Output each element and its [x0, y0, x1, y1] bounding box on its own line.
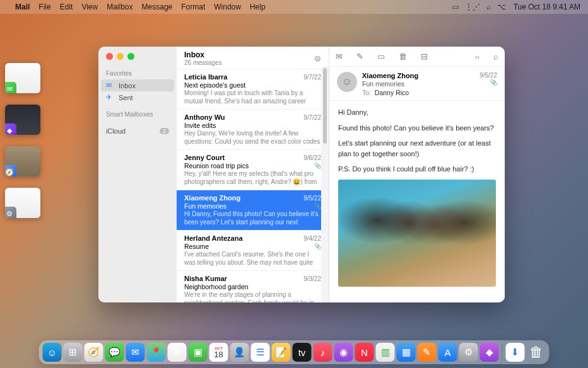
- dock-music[interactable]: ♪: [314, 343, 332, 362]
- message-row[interactable]: Jenny Court9/6/22Reunion road trip picsH…: [177, 150, 329, 190]
- menu-file[interactable]: File: [38, 3, 50, 11]
- wifi-icon[interactable]: ⋮⋰: [465, 3, 480, 11]
- dock-settings[interactable]: ⚙: [459, 343, 478, 362]
- attached-photo[interactable]: [338, 180, 496, 287]
- menu-edit[interactable]: Edit: [60, 3, 73, 11]
- archive-icon[interactable]: ✉: [336, 52, 343, 61]
- dock-maps[interactable]: 📍: [147, 343, 166, 362]
- msg-date: 9/5/22: [303, 195, 321, 202]
- spotlight-icon[interactable]: ⌕: [486, 3, 491, 11]
- dock-podcasts[interactable]: ◉: [334, 343, 353, 362]
- msg-subject: Fun memories: [184, 202, 321, 210]
- dock-numbers[interactable]: ▥: [376, 343, 395, 362]
- menubar: Mail File Edit View Mailbox Message Form…: [0, 0, 588, 14]
- attachment-icon: 📎: [314, 163, 321, 169]
- stage-thumb-shortcuts[interactable]: ◆: [5, 105, 40, 135]
- dock-finder[interactable]: ☺: [43, 343, 62, 362]
- compose-icon[interactable]: ✎: [356, 52, 363, 61]
- inbox-title: Inbox: [184, 50, 221, 59]
- body-line: Let's start planning our next adventure …: [338, 138, 496, 159]
- attachment-icon: 📎: [314, 243, 321, 250]
- battery-icon[interactable]: ▭: [452, 3, 459, 11]
- control-center-icon[interactable]: ⌥: [497, 3, 506, 11]
- close-button[interactable]: [106, 53, 113, 60]
- message-row[interactable]: Anthony Wu9/7/22Invite editsHey Danny, W…: [177, 110, 329, 150]
- menu-window[interactable]: Window: [214, 3, 241, 11]
- icloud-label: iCloud: [106, 127, 126, 135]
- dock: ☺⊞🧭💬✉📍❀▣OCT18👤☰📝tv♪◉N▥▦✎A⚙◆⬇🗑: [39, 340, 550, 364]
- msg-preview: Morning! I was put in touch with Tania b…: [184, 89, 321, 105]
- minimize-button[interactable]: [117, 53, 124, 60]
- detail-subject: Fun memories: [362, 80, 474, 88]
- detail-sender: Xiaomeng Zhong: [362, 72, 474, 79]
- icloud-badge: 2: [160, 128, 169, 134]
- junk-icon[interactable]: ⊟: [421, 52, 428, 61]
- msg-preview: Hey, y'all! Here are my selects (that's …: [184, 170, 321, 186]
- message-list-pane: Inbox 26 messages ⊜ Leticia Ibarra9/7/22…: [177, 47, 329, 302]
- dock-trash[interactable]: 🗑: [527, 343, 546, 362]
- message-row[interactable]: Herland Antezana9/4/22ResumeI've attache…: [177, 231, 329, 271]
- message-row[interactable]: Nisha Kumar9/3/22Neighborhood gardenWe'r…: [177, 271, 329, 302]
- safari-icon: 🧭: [5, 165, 16, 176]
- msg-subject: Invite edits: [184, 122, 321, 129]
- messages-icon: ✉: [5, 82, 16, 93]
- inbox-icon: ✉: [106, 81, 115, 89]
- msg-subject: Neighborhood garden: [184, 283, 321, 290]
- menu-help[interactable]: Help: [250, 3, 266, 11]
- msg-preview: I've attached Carol's resume. She's the …: [184, 251, 321, 267]
- filter-icon[interactable]: ⊜: [314, 54, 321, 63]
- message-header: ☺ Xiaomeng Zhong Fun memories To: Danny …: [329, 67, 505, 101]
- sidebar-item-inbox[interactable]: ✉ Inbox: [101, 79, 174, 91]
- dock-reminders[interactable]: ☰: [251, 343, 270, 362]
- dock-shortcuts[interactable]: ◆: [480, 343, 499, 362]
- datetime[interactable]: Tue Oct 18 9:41 AM: [514, 3, 580, 11]
- sidebar-item-sent[interactable]: ✈ Sent: [98, 91, 177, 103]
- msg-sender: Anthony Wu: [184, 113, 225, 121]
- to-value: Danny Rico: [375, 89, 409, 96]
- menu-format[interactable]: Format: [181, 3, 205, 11]
- msg-sender: Xiaomeng Zhong: [184, 194, 240, 202]
- sender-avatar[interactable]: ☺: [337, 72, 357, 92]
- dock-contacts[interactable]: 👤: [230, 343, 249, 362]
- dock-photos[interactable]: ❀: [168, 343, 187, 362]
- trash-icon[interactable]: 🗑: [399, 52, 407, 61]
- dock-appstore[interactable]: A: [438, 343, 457, 362]
- move-icon[interactable]: ▭: [377, 52, 385, 61]
- msg-date: 9/7/22: [303, 114, 321, 121]
- zoom-button[interactable]: [127, 53, 134, 60]
- dock-pages[interactable]: ✎: [418, 343, 437, 362]
- scrollbar[interactable]: [321, 67, 329, 302]
- stage-thumb-messages[interactable]: ✉: [5, 63, 40, 93]
- dock-calendar[interactable]: OCT18: [209, 343, 228, 362]
- msg-date: 9/7/22: [303, 74, 321, 81]
- dock-downloads[interactable]: ⬇: [506, 343, 525, 362]
- dock-tv[interactable]: tv: [293, 343, 312, 362]
- dock-keynote[interactable]: ▦: [397, 343, 416, 362]
- search-icon[interactable]: ⌕: [493, 52, 498, 61]
- sent-icon: ✈: [106, 93, 115, 101]
- dock-mail[interactable]: ✉: [126, 343, 145, 362]
- menu-view[interactable]: View: [81, 3, 98, 11]
- dock-messages[interactable]: 💬: [105, 343, 124, 362]
- dock-notes[interactable]: 📝: [272, 343, 291, 362]
- sidebar-item-icloud[interactable]: iCloud 2: [98, 125, 177, 137]
- stage-thumb-safari[interactable]: 🧭: [5, 146, 40, 176]
- message-row[interactable]: Xiaomeng Zhong9/5/22Fun memoriesHi Danny…: [177, 190, 329, 231]
- dock-news[interactable]: N: [355, 343, 374, 362]
- list-header: Inbox 26 messages ⊜: [177, 47, 329, 69]
- dock-launchpad[interactable]: ⊞: [64, 343, 83, 362]
- shortcuts-icon: ◆: [5, 124, 16, 135]
- stage-thumb-settings[interactable]: ⚙: [5, 188, 40, 218]
- favorites-header: Favorites: [98, 67, 177, 79]
- menu-message[interactable]: Message: [142, 3, 173, 11]
- app-name[interactable]: Mail: [15, 3, 30, 11]
- dock-facetime[interactable]: ▣: [189, 343, 208, 362]
- body-line: P.S. Do you think I could pull off blue …: [338, 164, 496, 175]
- more-icon[interactable]: ››: [475, 53, 479, 60]
- mail-window: Favorites ✉ Inbox ✈ Sent Smart Mailboxes…: [98, 47, 505, 302]
- menu-mailbox[interactable]: Mailbox: [107, 3, 132, 11]
- dock-safari[interactable]: 🧭: [85, 343, 103, 362]
- message-list[interactable]: Leticia Ibarra9/7/22Next episode's guest…: [177, 69, 329, 302]
- message-row[interactable]: Leticia Ibarra9/7/22Next episode's guest…: [177, 69, 329, 110]
- msg-date: 9/6/22: [303, 154, 321, 161]
